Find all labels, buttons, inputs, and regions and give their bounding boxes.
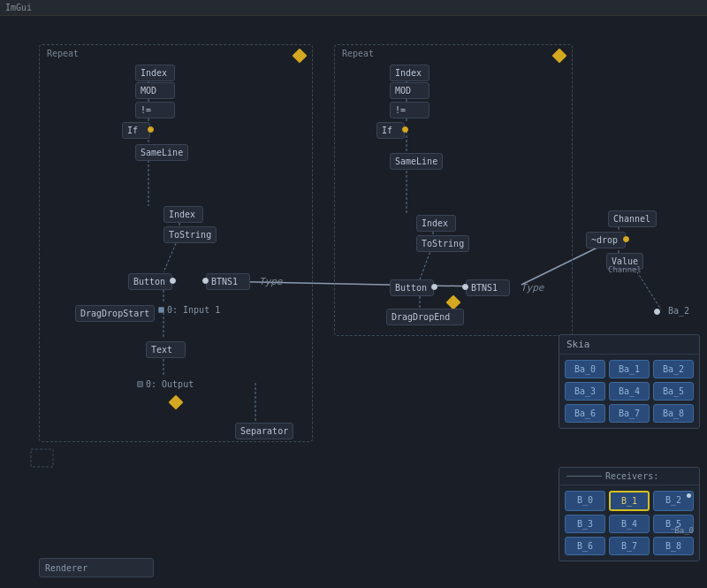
node-r-mod1-label: MOD bbox=[395, 86, 411, 95]
node-r-neq1[interactable]: != bbox=[390, 102, 430, 118]
skia-btn-ba2[interactable]: Ba_2 bbox=[653, 360, 694, 378]
node-r-tostring1[interactable]: ToString bbox=[416, 235, 469, 252]
skia-btn-ba3[interactable]: Ba_3 bbox=[565, 382, 605, 401]
node-if1-label: If bbox=[127, 126, 138, 135]
title-bar: ImGui bbox=[0, 0, 707, 16]
node-r-neq1-label: != bbox=[395, 105, 406, 115]
node-r-button1[interactable]: Button bbox=[390, 279, 434, 296]
node-separator-label: Separator bbox=[240, 426, 288, 436]
left-diamond-bottom bbox=[169, 395, 184, 410]
node-text1-label: Text bbox=[151, 345, 172, 355]
node-mod1-label: MOD bbox=[141, 86, 156, 95]
node-r-mod1[interactable]: MOD bbox=[390, 82, 430, 99]
node-btns1[interactable]: BTNS1 bbox=[206, 273, 250, 290]
node-r-btns1-label: BTNS1 bbox=[471, 283, 498, 293]
node-r-index2-label: Index bbox=[422, 218, 448, 228]
node-neq1-label: != bbox=[141, 105, 151, 115]
svg-rect-24 bbox=[31, 449, 53, 467]
node-separator[interactable]: Separator bbox=[235, 423, 293, 439]
app-title: ImGui bbox=[5, 3, 32, 12]
node-tostring1[interactable]: ToString bbox=[163, 226, 217, 243]
left-diamond-top bbox=[293, 49, 308, 64]
node-input1: 0: Input 1 bbox=[158, 305, 220, 315]
node-channel-sub: Channel bbox=[608, 265, 642, 274]
node-index2[interactable]: Index bbox=[163, 206, 203, 223]
recv-btn-b4[interactable]: B_4 bbox=[609, 515, 650, 533]
skia-btn-ba4[interactable]: Ba_4 bbox=[609, 382, 650, 401]
node-button1[interactable]: Button bbox=[128, 273, 172, 290]
node-dragdropend[interactable]: DragDropEnd bbox=[386, 309, 464, 325]
left-repeat-label: Repeat bbox=[47, 49, 79, 58]
skia-panel: Skia Ba_0 Ba_1 Ba_2 Ba_3 Ba_4 Ba_5 Ba_6 … bbox=[559, 334, 700, 429]
recv-btn-b0[interactable]: B_0 bbox=[565, 491, 605, 511]
node-type1: Type bbox=[259, 276, 283, 287]
left-repeat-group: Repeat Index MOD != If SameLine Index bbox=[39, 44, 313, 442]
receivers-title: Receivers: bbox=[559, 468, 699, 485]
skia-btn-ba8[interactable]: Ba_8 bbox=[653, 404, 694, 423]
node-index1[interactable]: Index bbox=[135, 65, 175, 81]
node-r-index1[interactable]: Index bbox=[390, 65, 430, 81]
skia-title: Skia bbox=[559, 335, 699, 355]
skia-btn-ba1[interactable]: Ba_1 bbox=[609, 360, 650, 378]
node-input1-label: 0: Input 1 bbox=[167, 305, 220, 315]
renderer-label: Renderer bbox=[45, 563, 87, 573]
recv-btn-b3[interactable]: B_3 bbox=[565, 515, 605, 533]
node-index1-label: Index bbox=[141, 68, 167, 78]
node-neq1[interactable]: != bbox=[135, 102, 175, 118]
node-r-index2[interactable]: Index bbox=[416, 215, 456, 232]
receivers-label: Receivers: bbox=[605, 471, 658, 481]
svg-line-22 bbox=[635, 268, 661, 309]
receivers-grid: B_0 B_1 B_2 B_3 B_4 B_5 B_6 B_7 B_8 bbox=[559, 485, 699, 561]
right-diamond-bottom bbox=[446, 295, 461, 310]
node-r-tostring1-label: ToString bbox=[422, 239, 464, 248]
node-r-index1-label: Index bbox=[395, 68, 422, 78]
node-ba2: Ba_2 bbox=[654, 306, 689, 316]
recv-btn-b1[interactable]: B_1 bbox=[609, 491, 650, 511]
right-diamond-top bbox=[552, 49, 567, 64]
skia-btn-ba0[interactable]: Ba_0 bbox=[565, 360, 605, 378]
node-if1[interactable]: If bbox=[122, 122, 150, 139]
node-btns1-label: BTNS1 bbox=[211, 277, 238, 286]
right-repeat-label: Repeat bbox=[342, 49, 374, 58]
node-r-if1[interactable]: If bbox=[376, 122, 405, 139]
recv-btn-b2[interactable]: B_2 bbox=[653, 491, 694, 511]
recv-ba0-label: Ba_0 bbox=[674, 526, 694, 535]
node-mod1[interactable]: MOD bbox=[135, 82, 175, 99]
recv-btn-b7[interactable]: B_7 bbox=[609, 537, 650, 555]
node-text1[interactable]: Text bbox=[146, 341, 186, 358]
canvas-area: Repeat Index MOD != If SameLine Index bbox=[0, 16, 707, 588]
renderer-box[interactable]: Renderer bbox=[39, 558, 154, 577]
node-dragdropstart[interactable]: DragDropStart bbox=[75, 305, 155, 322]
skia-grid: Ba_0 Ba_1 Ba_2 Ba_3 Ba_4 Ba_5 Ba_6 Ba_7 … bbox=[559, 355, 699, 428]
node-r-sameline1[interactable]: SameLine bbox=[390, 153, 443, 170]
right-repeat-group: Repeat Index MOD != If SameLine Index To bbox=[334, 44, 573, 336]
skia-btn-ba5[interactable]: Ba_5 bbox=[653, 382, 694, 401]
node-sameline1-label: SameLine bbox=[141, 148, 183, 157]
node-r-if1-label: If bbox=[382, 126, 392, 135]
receivers-panel: Receivers: B_0 B_1 B_2 B_3 B_4 B_5 B_6 B… bbox=[559, 467, 700, 561]
node-drop[interactable]: ~drop bbox=[586, 232, 626, 248]
node-output1-label: 0: Output bbox=[146, 379, 194, 389]
skia-btn-ba6[interactable]: Ba_6 bbox=[565, 404, 605, 423]
node-dragdropend-label: DragDropEnd bbox=[392, 312, 450, 322]
node-button1-label: Button bbox=[133, 277, 165, 286]
node-drop-label: ~drop bbox=[591, 235, 618, 245]
node-sameline1[interactable]: SameLine bbox=[135, 144, 188, 161]
node-r-type1: Type bbox=[521, 282, 544, 294]
recv-btn-b2-dot bbox=[687, 493, 691, 498]
node-tostring1-label: ToString bbox=[169, 230, 211, 240]
node-channel-label: Channel bbox=[613, 214, 650, 224]
node-output1: 0: Output bbox=[137, 379, 194, 389]
node-r-sameline1-label: SameLine bbox=[395, 157, 437, 166]
recv-btn-b8[interactable]: B_8 bbox=[653, 537, 694, 555]
node-dragdropstart-label: DragDropStart bbox=[80, 309, 149, 318]
skia-btn-ba7[interactable]: Ba_7 bbox=[609, 404, 650, 423]
recv-btn-b6[interactable]: B_6 bbox=[565, 537, 605, 555]
node-index2-label: Index bbox=[169, 210, 195, 219]
node-r-btns1[interactable]: BTNS1 bbox=[466, 279, 510, 296]
node-channel[interactable]: Channel bbox=[608, 210, 657, 227]
node-r-button1-label: Button bbox=[395, 283, 427, 293]
